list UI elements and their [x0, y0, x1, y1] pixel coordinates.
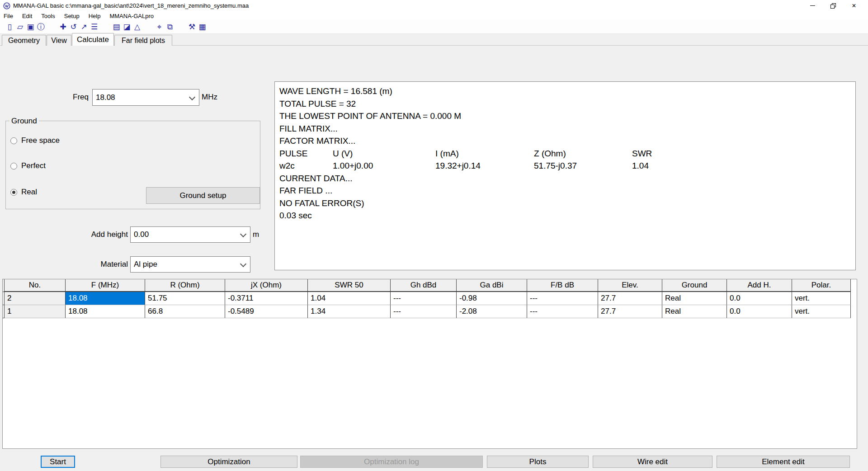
pulse-col-header: SWR — [632, 149, 652, 158]
radio-free-space[interactable]: Free space — [10, 136, 60, 146]
ground-setup-button[interactable]: Ground setup — [146, 187, 260, 204]
cell-ground[interactable]: Real — [662, 305, 727, 318]
cell-no[interactable]: 2 — [5, 292, 66, 305]
new-file-icon[interactable]: ▯ — [5, 22, 15, 32]
tab-geometry[interactable]: Geometry — [2, 35, 46, 46]
cell-elev[interactable]: 27.7 — [598, 305, 662, 318]
chevron-down-icon[interactable] — [189, 94, 195, 100]
pulse-col-header: Z (Ohm) — [534, 147, 632, 160]
cell-addh[interactable]: 0.0 — [727, 292, 792, 305]
menu-help[interactable]: Help — [84, 11, 105, 20]
rotate-icon[interactable]: ↺ — [68, 22, 79, 32]
cell-f[interactable]: 18.08 — [66, 305, 145, 318]
chevron-down-icon[interactable] — [240, 231, 246, 237]
toolbar: ▯ ▱ ▣ ⓘ ✚ ↺ ↗ ☰ ▤ ◪ △ ⌖ ⧉ ⚒ ▦ — [0, 20, 868, 34]
window-title: MMANA-GAL basic c:\mmana-gal_basic\ant\2… — [13, 2, 249, 9]
cell-ground[interactable]: Real — [662, 292, 727, 305]
minimize-button[interactable] — [802, 0, 823, 11]
start-button[interactable]: Start — [41, 456, 75, 468]
cell-elev[interactable]: 27.7 — [598, 292, 662, 305]
output-line: FAR FIELD ... — [279, 184, 852, 197]
wire-edit-button[interactable]: Wire edit — [593, 456, 712, 468]
chevron-down-icon[interactable] — [240, 261, 246, 267]
cell-no[interactable]: 1 — [5, 305, 66, 318]
open-file-icon[interactable]: ▱ — [15, 22, 25, 32]
menu-edit[interactable]: Edit — [18, 11, 37, 20]
plots-button[interactable]: Plots — [487, 456, 589, 468]
restore-icon — [830, 3, 836, 9]
scale-icon[interactable]: ↗ — [79, 22, 89, 32]
col-header-jx: jX (Ohm) — [225, 279, 308, 292]
radio-circle-icon — [10, 137, 17, 144]
cell-fb[interactable]: --- — [527, 305, 598, 318]
cell-jx[interactable]: -0.5489 — [225, 305, 308, 318]
menu-setup[interactable]: Setup — [60, 11, 84, 20]
cell-polar[interactable]: vert. — [792, 292, 851, 305]
triangle-icon[interactable]: △ — [132, 22, 142, 32]
cell-swr[interactable]: 1.04 — [308, 292, 391, 305]
radio-real-label: Real — [21, 188, 37, 197]
cell-r[interactable]: 51.75 — [145, 292, 225, 305]
output-line: CURRENT DATA... — [279, 172, 852, 185]
copy-icon[interactable]: ⧉ — [165, 22, 175, 32]
cell-gh[interactable]: --- — [391, 305, 457, 318]
restore-button[interactable] — [823, 0, 844, 11]
radio-perfect[interactable]: Perfect — [10, 161, 46, 171]
optimization-log-button[interactable]: Optimization log — [300, 456, 483, 468]
cell-f-selected[interactable]: 18.08 — [66, 292, 145, 305]
output-line: WAVE LENGTH = 16.581 (m) — [279, 85, 852, 98]
minimize-icon — [810, 5, 815, 6]
move-icon[interactable]: ✚ — [58, 22, 68, 32]
optimization-button[interactable]: Optimization — [160, 456, 297, 468]
save-file-icon[interactable]: ▣ — [25, 22, 36, 32]
menu-mmana-galpro[interactable]: MMANA-GALpro — [105, 11, 158, 20]
calculation-output: WAVE LENGTH = 16.581 (m) TOTAL PULSE = 3… — [274, 81, 856, 270]
freq-value: 18.08 — [96, 93, 115, 102]
menu-file[interactable]: File — [0, 11, 18, 20]
tab-strip: Geometry View Calculate Far field plots — [0, 33, 868, 46]
col-header-addh: Add H. — [727, 279, 792, 292]
eraser-icon[interactable]: ◪ — [122, 22, 132, 32]
pulse-cell: 19.32+j0.14 — [435, 160, 534, 172]
cell-jx[interactable]: -0.3711 — [225, 292, 308, 305]
tab-calculate[interactable]: Calculate — [72, 33, 114, 46]
add-height-label: Add height — [45, 230, 128, 239]
table-row[interactable]: 1 18.08 66.8 -0.5489 1.34 --- -2.08 --- … — [3, 305, 857, 318]
cell-addh[interactable]: 0.0 — [727, 305, 792, 318]
output-line: FACTOR MATRIX... — [279, 135, 852, 147]
file-info-icon[interactable]: ⓘ — [36, 22, 46, 32]
add-height-unit: m — [253, 230, 259, 239]
radio-circle-checked-icon — [10, 189, 17, 196]
freq-label: Freq — [54, 93, 89, 102]
close-button[interactable]: × — [844, 0, 864, 11]
radio-perfect-label: Perfect — [21, 161, 46, 170]
tab-view[interactable]: View — [47, 35, 71, 46]
radio-free-space-label: Free space — [21, 136, 60, 145]
calculator-icon[interactable]: ▦ — [197, 22, 208, 32]
element-edit-button[interactable]: Element edit — [717, 456, 850, 468]
element-sliders-icon[interactable]: ☰ — [89, 22, 99, 32]
radio-real[interactable]: Real — [10, 187, 37, 197]
close-icon: × — [852, 2, 856, 9]
tools-icon[interactable]: ⚒ — [187, 22, 197, 32]
material-combo[interactable]: Al pipe — [130, 256, 250, 273]
cell-ga[interactable]: -0.98 — [457, 292, 527, 305]
freq-combo[interactable]: 18.08 — [92, 89, 199, 106]
cell-gh[interactable]: --- — [391, 292, 457, 305]
cell-fb[interactable]: --- — [527, 292, 598, 305]
target-icon[interactable]: ⌖ — [154, 22, 165, 32]
menu-tools[interactable]: Tools — [37, 11, 59, 20]
cell-polar[interactable]: vert. — [792, 305, 851, 318]
col-header-gh: Gh dBd — [391, 279, 457, 292]
cell-swr[interactable]: 1.34 — [308, 305, 391, 318]
results-table: No. F (MHz) R (Ohm) jX (Ohm) SWR 50 Gh d… — [2, 279, 857, 449]
tab-far-field-plots[interactable]: Far field plots — [114, 35, 172, 46]
cell-ga[interactable]: -2.08 — [457, 305, 527, 318]
radio-circle-icon — [10, 163, 17, 170]
col-header-no: No. — [5, 279, 66, 292]
wire-list-icon[interactable]: ▤ — [111, 22, 122, 32]
cell-r[interactable]: 66.8 — [145, 305, 225, 318]
col-header-polar: Polar. — [792, 279, 851, 292]
table-row[interactable]: 2 18.08 51.75 -0.3711 1.04 --- -0.98 ---… — [3, 292, 857, 305]
add-height-combo[interactable]: 0.00 — [130, 226, 250, 243]
